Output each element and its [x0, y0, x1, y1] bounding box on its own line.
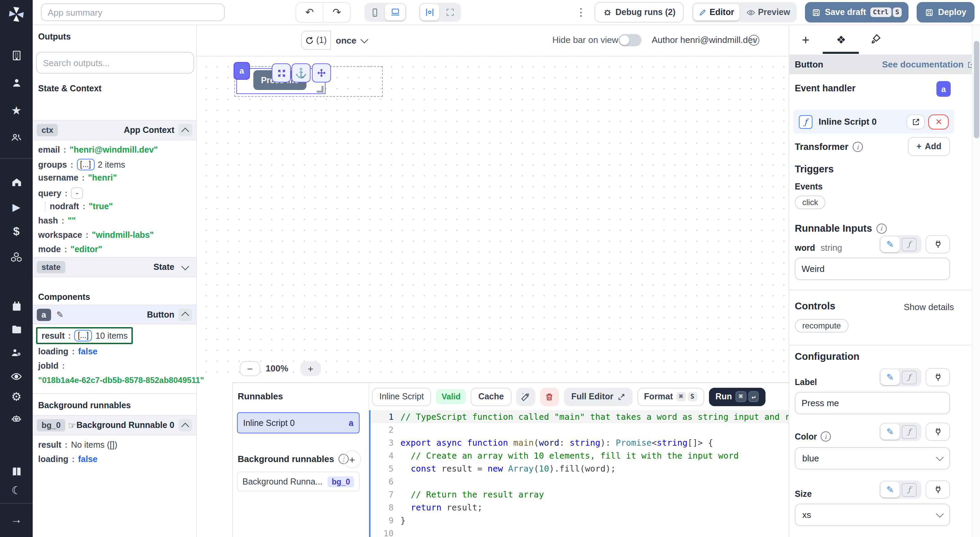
static-mode-button[interactable]: ✎ — [881, 236, 900, 252]
fullscreen-button[interactable] — [441, 4, 460, 21]
expand-component-button[interactable] — [272, 64, 291, 83]
bg-runnable-item[interactable]: Background Runna... bg_0 — [237, 472, 360, 491]
runnable-item-selected[interactable]: Inline Script 0 a — [237, 412, 360, 433]
ctx-collapse-button[interactable] — [178, 124, 192, 136]
click-event-chip[interactable]: click — [795, 196, 826, 209]
info-icon[interactable]: i — [820, 431, 830, 441]
empty-chip[interactable]: - — [71, 187, 83, 199]
label-connect-button[interactable] — [926, 368, 950, 386]
full-editor-button[interactable]: Full Editor — [564, 387, 633, 406]
expression-mode-button[interactable]: ƒ — [902, 237, 917, 251]
static-mode-button[interactable]: ✎ — [881, 370, 900, 385]
component-collapse-button[interactable] — [178, 308, 192, 320]
gear-icon[interactable]: ⚙ — [0, 386, 33, 407]
anchor-component-button[interactable]: ⚓ — [291, 64, 310, 83]
result-output-row-highlighted[interactable]: result: [...] 10 items — [36, 327, 133, 344]
debug-runs-button[interactable]: Debug runs (2) — [594, 2, 683, 22]
edit-id-icon[interactable]: ✎ — [56, 309, 63, 320]
expression-mode-button[interactable]: ƒ — [902, 425, 917, 438]
hide-bar-toggle[interactable] — [618, 34, 641, 46]
tab-insert-component[interactable]: + — [797, 33, 814, 48]
cubes-icon[interactable] — [0, 247, 33, 267]
robot-icon[interactable] — [0, 408, 33, 429]
deploy-button[interactable]: Deploy — [917, 2, 975, 22]
star-icon[interactable]: ★ — [0, 100, 33, 121]
person-icon[interactable] — [0, 72, 33, 93]
code-editor-content[interactable]: 1// TypeScript function called "main" th… — [369, 410, 791, 537]
format-button[interactable]: Format ⌘S — [637, 387, 704, 406]
code-line[interactable]: 10 — [371, 527, 791, 537]
align-center-button[interactable] — [420, 4, 439, 21]
arrow-right-icon[interactable]: → — [0, 510, 33, 530]
book-icon[interactable] — [0, 461, 33, 482]
zoom-out-button[interactable]: − — [240, 361, 260, 376]
undo-button[interactable]: ↶ — [296, 3, 323, 22]
state-section-row[interactable]: state State — [33, 257, 196, 277]
app-summary-input[interactable] — [41, 3, 225, 21]
code-line[interactable]: 7 // Return the result array — [371, 488, 791, 501]
frequency-select[interactable]: once — [336, 31, 368, 50]
code-line[interactable]: 3export async function main(word: string… — [371, 436, 791, 449]
zoom-in-button[interactable]: + — [300, 361, 321, 376]
code-line[interactable]: 1// TypeScript function called "main" th… — [371, 410, 791, 423]
dollar-icon[interactable]: $ — [0, 221, 33, 242]
tab-editor[interactable]: Editor — [693, 4, 740, 21]
event-handler-script-row[interactable]: ƒ Inline Script 0 — [794, 110, 954, 134]
info-icon[interactable]: i — [853, 142, 863, 152]
see-documentation-link[interactable]: See documentation — [882, 59, 975, 70]
show-details-link[interactable]: Show details — [904, 302, 954, 312]
move-component-button[interactable] — [312, 64, 331, 83]
script-name-button[interactable]: Inline Script — [372, 387, 431, 406]
ctx-section-row[interactable]: ctx App Context — [33, 120, 196, 140]
info-icon[interactable]: i — [876, 223, 886, 233]
building-icon[interactable] — [0, 45, 33, 65]
tab-component-settings[interactable]: ❖ — [833, 33, 849, 46]
users-icon[interactable] — [0, 127, 33, 147]
ai-assistant-button[interactable] — [516, 387, 535, 406]
code-line[interactable]: 6 — [371, 475, 791, 488]
canvas-artboard[interactable]: a ⚓ Press me − 100% + — [197, 56, 789, 382]
code-line[interactable]: 4 // Create an array with 10 elements, f… — [371, 449, 791, 462]
code-line[interactable]: 8 return result; — [371, 501, 791, 514]
code-line[interactable]: 9} — [371, 514, 791, 527]
code-line[interactable]: 5 const result = new Array(10).fill(word… — [371, 462, 791, 475]
size-select[interactable]: xs — [795, 504, 950, 526]
info-icon[interactable]: i — [748, 35, 759, 46]
calendar-icon[interactable] — [0, 296, 33, 316]
bg-collapse-button[interactable] — [178, 419, 192, 431]
run-button[interactable]: Run ⌘↵ — [709, 387, 766, 406]
expression-mode-button[interactable]: ƒ — [902, 483, 917, 496]
add-bg-runnable-button[interactable]: + — [343, 451, 361, 468]
desktop-view-button[interactable] — [385, 4, 405, 21]
color-select[interactable]: blue — [795, 447, 950, 470]
resize-handle[interactable] — [317, 86, 323, 93]
panel-scrollbar-thumb[interactable] — [974, 41, 979, 138]
tab-styling[interactable] — [870, 33, 881, 44]
static-mode-button[interactable]: ✎ — [881, 424, 900, 440]
windmill-logo-icon[interactable] — [7, 5, 26, 23]
code-line[interactable]: 2 — [371, 423, 791, 436]
array-chip[interactable]: [...] — [74, 330, 92, 341]
array-chip[interactable]: [...] — [76, 159, 94, 171]
home-icon[interactable] — [0, 172, 33, 192]
play-icon[interactable]: ▶ — [0, 197, 33, 217]
save-draft-button[interactable]: Save draft CtrlS — [805, 2, 908, 22]
refresh-app-button[interactable]: (1) — [301, 31, 331, 50]
mobile-view-button[interactable] — [366, 4, 383, 21]
word-connect-button[interactable] — [926, 235, 950, 253]
redo-button[interactable]: ↷ — [323, 3, 350, 22]
state-expand-button[interactable] — [178, 261, 192, 273]
static-mode-button[interactable]: ✎ — [881, 482, 900, 497]
search-outputs-input[interactable] — [36, 52, 194, 73]
expression-mode-button[interactable]: ƒ — [902, 370, 917, 384]
more-menu-button[interactable]: ⋮ — [576, 10, 586, 15]
panel-scrollbar-track[interactable] — [972, 24, 980, 537]
button-component-row[interactable]: a ✎ Button — [33, 304, 196, 324]
user-gear-icon[interactable] — [0, 342, 33, 363]
add-transformer-button[interactable]: + Add — [908, 137, 950, 156]
delete-script-button[interactable] — [540, 387, 559, 406]
eye-icon[interactable] — [0, 366, 33, 386]
tab-preview[interactable]: Preview — [741, 4, 796, 21]
bg-runnable-row[interactable]: bg_0 ☞ Background Runnable 0 — [33, 415, 196, 435]
color-connect-button[interactable] — [926, 422, 950, 441]
